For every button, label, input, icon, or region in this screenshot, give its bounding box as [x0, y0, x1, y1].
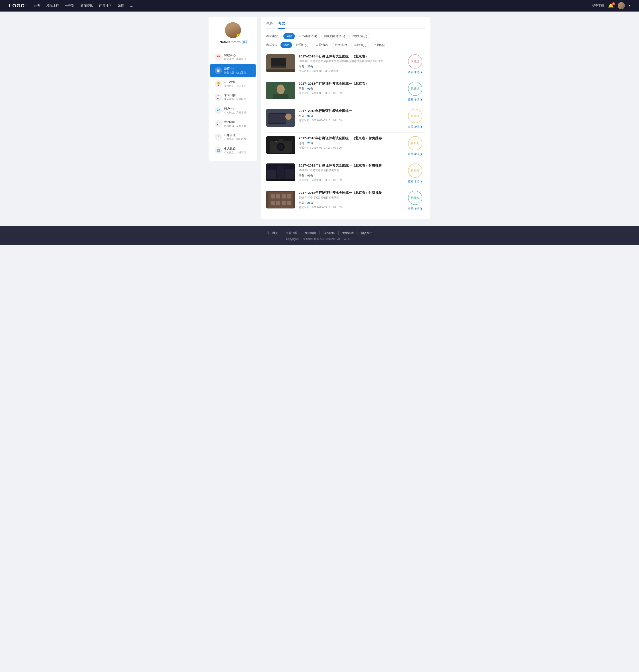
- exam-thumbnail: [266, 109, 295, 127]
- exam-type-label: 考试类型：: [266, 34, 281, 38]
- exam-title: 2017–2018年行测证件考试全国统一（北京卷）: [299, 82, 402, 86]
- svg-rect-6: [273, 94, 289, 99]
- nav-item[interactable]: 题库: [118, 4, 124, 8]
- exam-thumbnail: [266, 54, 295, 72]
- exam-status-filter-btn[interactable]: 待批阅(2): [351, 42, 369, 48]
- exam-score: 得分：99分: [299, 87, 402, 91]
- exam-item: 2017–2018年行测证件考试全国统一 得分：99分 考试时间：2019–05…: [266, 105, 425, 133]
- exam-title: 2017–2018年行测证件考试全国统一（北京卷）付费批卷: [299, 163, 402, 168]
- footer-link[interactable]: 网站地图: [301, 231, 320, 235]
- exam-detail-link[interactable]: 查看详情 ❯: [408, 152, 423, 156]
- dropdown-icon[interactable]: ▾: [629, 4, 630, 7]
- exam-type-filters: 全部证书类考试(4)随机抽题考试(5)付费批卷(6): [283, 33, 370, 39]
- logo[interactable]: LOGO: [9, 3, 25, 9]
- nav-item[interactable]: 问答社区: [99, 4, 112, 8]
- exam-score-value: 25: [307, 65, 310, 68]
- exam-action: 待批阅 查看详情 ❯: [405, 136, 425, 156]
- exam-detail-link[interactable]: 查看详情 ❯: [408, 207, 423, 211]
- footer-link[interactable]: 合作伙伴: [320, 231, 339, 235]
- exam-status-stamp: 已通过: [408, 82, 422, 96]
- sidebar-item-account-center[interactable]: 💎 账户中心 个人权益、实时掌握: [211, 104, 255, 117]
- study-qa-icon: 💬: [215, 94, 222, 101]
- study-qa-sub: 课后重温、疑难解答: [224, 98, 246, 101]
- svg-point-5: [277, 84, 285, 94]
- exam-status-filter-row: 考试状态 全部已通过(2)未通过(2)待考试(2)待批阅(2)已批阅(2): [266, 42, 425, 48]
- svg-rect-25: [276, 194, 280, 198]
- exam-action: 已通过 查看详情 ❯: [405, 82, 425, 101]
- sidebar-profile: 🏅 Natalie Smith 图: [208, 22, 258, 49]
- nav-item[interactable]: 首页: [34, 4, 40, 8]
- exam-detail-link[interactable]: 查看详情 ❯: [408, 70, 423, 74]
- exam-status-filter-btn[interactable]: 全部: [280, 42, 292, 48]
- nav-item[interactable]: 新闻资讯: [80, 4, 93, 8]
- order-mgmt-icon: 📄: [215, 133, 222, 141]
- sidebar-item-personal-settings[interactable]: ⚙️ 个人设置 个人信息、一键管理: [211, 144, 255, 157]
- exam-type-filter-btn[interactable]: 证书类考试(4): [296, 33, 320, 39]
- nav-item[interactable]: 公开课: [65, 4, 74, 8]
- exam-status-stamp: 待批阅: [408, 163, 422, 178]
- exam-thumbnail: [266, 191, 295, 208]
- sidebar-item-order-mgmt[interactable]: 📄 订单管理 订单支出、明明白白: [211, 131, 255, 144]
- nav-item[interactable]: 发现课程: [46, 4, 59, 8]
- nav-menu: 首页发现课程公开课新闻资讯问答社区题库...: [34, 4, 592, 8]
- svg-point-10: [285, 114, 292, 120]
- exam-score: 得分：25分: [299, 141, 402, 145]
- sidebar-item-my-messages[interactable]: 💭 我的消息 消息通知、及时了解: [211, 117, 255, 130]
- exam-type-filter-btn[interactable]: 全部: [283, 33, 295, 39]
- svg-rect-26: [282, 194, 286, 198]
- tab-exam-bank[interactable]: 题库: [266, 21, 274, 29]
- cert-honor-icon: 🏆: [215, 80, 222, 87]
- exam-score-value: 99: [307, 174, 310, 177]
- exam-detail-link[interactable]: 查看详情 ❯: [408, 179, 423, 183]
- sidebar-item-course-center[interactable]: 📅 课程中心 精彩课程，不容错过: [211, 51, 255, 64]
- main-layout: 🏅 Natalie Smith 图 📅 课程中心 精彩课程，不容错过 📋 题库中…: [208, 17, 431, 219]
- exam-type-filter-btn[interactable]: 随机抽题考试(5): [321, 33, 348, 39]
- account-center-icon: 💎: [215, 107, 222, 114]
- sidebar: 🏅 Natalie Smith 图 📅 课程中心 精彩课程，不容错过 📋 题库中…: [208, 17, 258, 161]
- bell-icon[interactable]: 🔔 1: [608, 3, 614, 9]
- exam-status-filter-btn[interactable]: 未通过(2): [313, 42, 331, 48]
- exam-desc: 2018年行测考试是最值得多去研究 2018年行测考试是最值得多去研究 2018…: [299, 60, 387, 63]
- sidebar-menu: 📅 课程中心 精彩课程，不容错过 📋 题库中心 海量习题，助力通关 🏆 证书荣誉…: [208, 51, 258, 157]
- tab-exam[interactable]: 考试: [278, 21, 285, 29]
- footer-link[interactable]: 加盟代理: [282, 231, 301, 235]
- footer-link[interactable]: 免费声明: [339, 231, 357, 235]
- exam-type-filter-btn[interactable]: 付费批卷(6): [349, 33, 370, 39]
- exam-detail-link[interactable]: 查看详情 ❯: [408, 125, 423, 129]
- exam-status-filter-btn[interactable]: 已批阅(2): [371, 42, 389, 48]
- nav-item[interactable]: ...: [130, 4, 133, 8]
- svg-rect-27: [287, 194, 291, 198]
- exam-score: 得分：99分: [299, 174, 402, 178]
- footer-copyright: Copyright© 云朵商学院 版权所有 京ICP备17051340号–1: [0, 237, 639, 241]
- exam-time: 考试时间：2019–05–03 10：09：09: [299, 91, 402, 95]
- app-download[interactable]: APP下载: [592, 4, 604, 8]
- sidebar-item-cert-honor[interactable]: 🏆 证书荣誉 收获荣誉，持证上岗: [211, 77, 255, 90]
- footer-link[interactable]: 招贤纳士: [357, 231, 376, 235]
- footer-link[interactable]: 关于我们: [263, 231, 282, 235]
- exam-detail-link[interactable]: 查看详情 ❯: [408, 98, 423, 101]
- exam-action: 已批阅 查看详情 ❯: [405, 191, 425, 211]
- my-messages-title: 我的消息: [224, 120, 246, 124]
- exam-item: 2017–2018年行测证件考试全国统一（北京卷） 得分：99分 考试时间：20…: [266, 78, 425, 105]
- exam-title: 2017–2018年行测证件考试全国统一（北京卷）: [299, 54, 402, 59]
- svg-rect-19: [277, 166, 284, 181]
- exam-status-label: 考试状态: [266, 43, 278, 47]
- avatar[interactable]: [618, 2, 625, 9]
- exam-center-sub: 海量习题，助力通关: [224, 71, 246, 74]
- svg-point-14: [278, 144, 283, 149]
- exam-status-filter-btn[interactable]: 待考试(2): [332, 42, 350, 48]
- exam-status-stamp: 待批阅: [408, 136, 422, 150]
- personal-settings-icon: ⚙️: [215, 147, 222, 154]
- exam-status-filter-btn[interactable]: 已通过(2): [293, 42, 311, 48]
- avatar-badge: 🏅: [236, 34, 241, 38]
- footer-links: 关于我们加盟代理网站地图合作伙伴免费声明招贤纳士: [0, 231, 639, 235]
- exam-desc: 2018年行测考试是最值得多去研究: [299, 169, 387, 172]
- sidebar-item-exam-center[interactable]: 📋 题库中心 海量习题，助力通关: [211, 64, 255, 77]
- exam-thumbnail: [266, 82, 295, 99]
- svg-rect-16: [276, 141, 277, 142]
- personal-settings-sub: 个人信息、一键管理: [224, 151, 246, 154]
- username-text: Natalie Smith: [219, 40, 240, 44]
- sidebar-item-study-qa[interactable]: 💬 学习问答 课后重温、疑难解答: [211, 91, 255, 103]
- svg-rect-3: [266, 69, 295, 72]
- exam-time: 考试时间：2019–05–03 10：09：09: [299, 206, 402, 209]
